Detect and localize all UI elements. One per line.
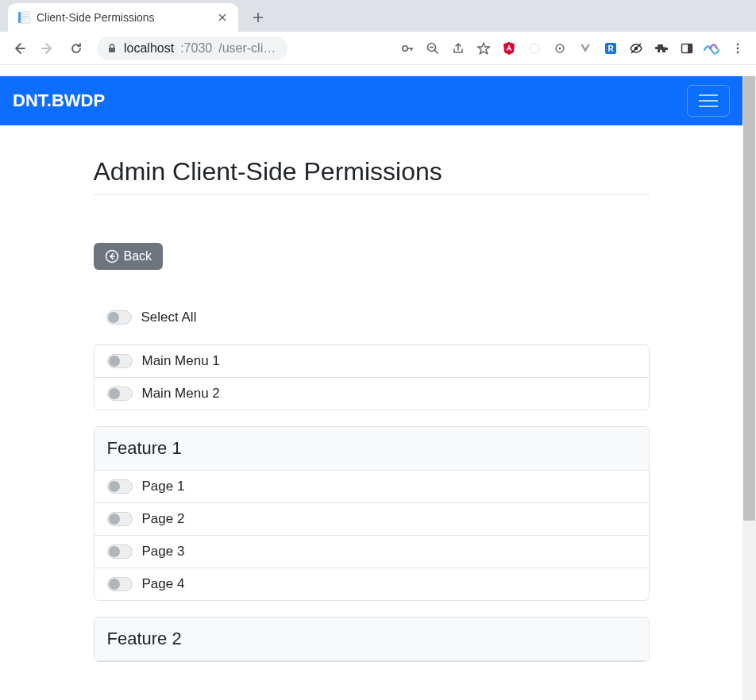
extension-wave-icon[interactable] <box>700 37 724 60</box>
svg-point-21 <box>530 44 539 53</box>
select-all-label: Select All <box>141 310 197 325</box>
tab-favicon <box>17 11 30 24</box>
svg-point-30 <box>737 43 739 45</box>
svg-rect-29 <box>688 44 692 52</box>
nav-forward-button[interactable] <box>35 36 60 61</box>
zoom-out-icon[interactable] <box>421 37 445 60</box>
page-toggle[interactable] <box>107 577 133 591</box>
page-label: Page 1 <box>142 479 185 494</box>
tab-strip: Client-Side Permissions <box>0 0 756 32</box>
svg-text:R: R <box>608 44 614 53</box>
key-icon[interactable] <box>395 37 419 60</box>
page-toggle[interactable] <box>107 512 133 526</box>
feature-card: Feature 2 <box>94 617 650 662</box>
lock-icon <box>106 43 118 54</box>
bookmark-star-icon[interactable] <box>472 37 496 60</box>
scrollbar-thumb[interactable] <box>743 76 755 521</box>
extensions-puzzle-icon[interactable] <box>650 37 673 60</box>
svg-point-32 <box>737 51 739 53</box>
arrow-left-circle-icon <box>105 249 119 263</box>
page-label: Page 4 <box>142 576 185 592</box>
menu-toggle[interactable] <box>107 387 133 401</box>
nav-reload-button[interactable] <box>64 36 89 61</box>
hamburger-icon <box>699 100 718 102</box>
extension-generic-icon-1[interactable] <box>523 37 546 60</box>
page-label: Page 2 <box>142 511 185 527</box>
extension-generic-icon-2[interactable] <box>548 37 572 60</box>
browser-tab[interactable]: Client-Side Permissions <box>8 3 238 32</box>
browser-menu-icon[interactable] <box>726 37 750 60</box>
tab-close-icon[interactable] <box>216 11 229 24</box>
svg-rect-5 <box>21 12 29 23</box>
brand-logo[interactable]: DNT.BWDP <box>13 90 105 111</box>
page-toggle[interactable] <box>107 479 133 494</box>
navbar-toggle-button[interactable] <box>687 85 730 117</box>
page-toggle[interactable] <box>107 544 133 559</box>
vertical-scrollbar[interactable] <box>742 76 756 700</box>
new-tab-button[interactable] <box>246 6 270 29</box>
svg-rect-14 <box>109 48 115 52</box>
feature-header: Feature 1 <box>94 427 649 471</box>
address-bar[interactable]: localhost:7030/user-cli… <box>97 37 287 60</box>
select-all-toggle[interactable] <box>106 310 132 325</box>
extension-vue-icon[interactable] <box>573 37 597 60</box>
app-navbar: DNT.BWDP <box>0 76 742 125</box>
extension-angular-icon[interactable] <box>497 37 521 60</box>
browser-toolbar: localhost:7030/user-cli… R <box>0 32 756 65</box>
back-button[interactable]: Back <box>94 243 164 270</box>
tab-title: Client-Side Permissions <box>37 11 210 24</box>
extension-react-icon[interactable]: R <box>599 37 623 60</box>
svg-point-23 <box>559 47 561 49</box>
svg-rect-4 <box>18 12 21 23</box>
page-title: Admin Client-Side Permissions <box>94 157 650 195</box>
menu-label: Main Menu 2 <box>142 386 220 402</box>
back-button-label: Back <box>124 249 152 263</box>
url-host: localhost <box>124 41 174 56</box>
svg-point-15 <box>403 45 407 50</box>
page-label: Page 3 <box>142 544 185 560</box>
extension-eye-off-icon[interactable] <box>624 37 648 60</box>
menu-label: Main Menu 1 <box>142 353 220 369</box>
main-menus-card: Main Menu 1 Main Menu 2 <box>94 344 650 410</box>
side-panel-icon[interactable] <box>675 37 699 60</box>
nav-back-button[interactable] <box>6 36 32 61</box>
url-path: /user-cli… <box>218 41 276 56</box>
svg-point-31 <box>737 47 739 49</box>
share-icon[interactable] <box>446 37 470 60</box>
svg-line-19 <box>434 50 438 53</box>
menu-toggle[interactable] <box>107 354 133 368</box>
feature-header: Feature 2 <box>94 617 649 661</box>
url-port: :7030 <box>180 41 212 56</box>
feature-card: Feature 1 Page 1 Page 2 Page 3 <box>94 426 650 601</box>
